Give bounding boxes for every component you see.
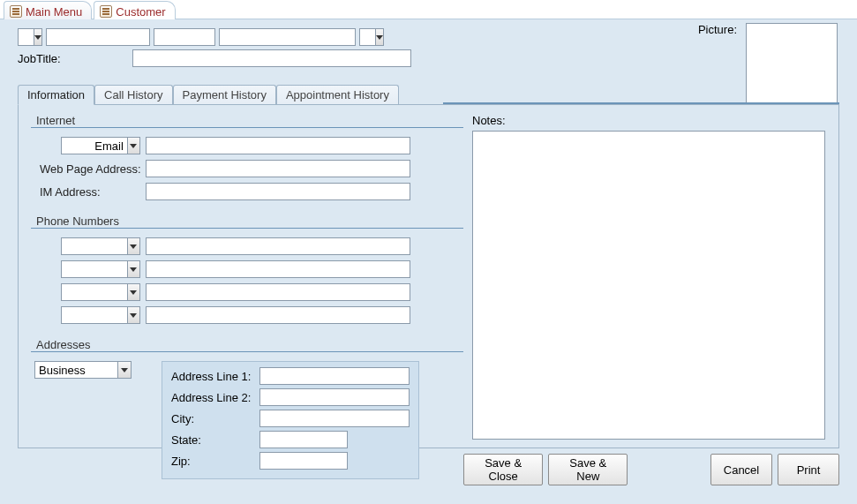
chevron-down-icon[interactable] — [127, 238, 139, 254]
im-input[interactable] — [146, 183, 410, 200]
group-divider — [31, 351, 463, 352]
window-tab-label: Main Menu — [26, 5, 82, 19]
chevron-down-icon[interactable] — [127, 307, 139, 323]
chevron-down-icon[interactable] — [375, 29, 383, 45]
webpage-input[interactable] — [146, 160, 410, 177]
tab-appointment-history[interactable]: Appointment History — [276, 85, 399, 104]
title-combo-input[interactable] — [19, 29, 34, 45]
firstname-input[interactable] — [46, 28, 150, 46]
phone1-type-input[interactable] — [62, 238, 127, 254]
phone4-input[interactable] — [146, 306, 410, 324]
chevron-down-icon[interactable] — [34, 29, 41, 45]
phone3-input[interactable] — [146, 283, 410, 301]
addr-zip-input[interactable] — [259, 452, 348, 470]
im-label: IM Address: — [31, 185, 146, 199]
address-panel: Address Line 1: Address Line 2: City: — [162, 361, 419, 479]
window-tab-customer[interactable]: Customer — [94, 1, 175, 19]
addr-line1-input[interactable] — [259, 367, 410, 385]
address-type-input[interactable] — [35, 362, 117, 378]
title-combo[interactable] — [18, 28, 42, 46]
email-input[interactable] — [146, 137, 410, 154]
phone3-type-combo[interactable] — [61, 283, 140, 301]
tab-underline — [443, 85, 839, 104]
phone3-type-input[interactable] — [62, 284, 127, 300]
window-tab-label: Customer — [116, 5, 165, 19]
middle-input[interactable] — [154, 28, 215, 46]
picture-label: Picture: — [698, 23, 737, 36]
suffix-combo-input[interactable] — [360, 29, 375, 45]
lastname-input[interactable] — [219, 28, 356, 46]
addr-city-label: City: — [171, 412, 259, 425]
phone2-input[interactable] — [146, 260, 410, 278]
phone2-type-combo[interactable] — [61, 260, 140, 278]
address-type-combo[interactable] — [34, 361, 132, 379]
tab-payment-history[interactable]: Payment History — [173, 85, 276, 104]
addr-line2-input[interactable] — [259, 388, 410, 406]
group-label-internet: Internet — [33, 114, 79, 127]
window-tab-main-menu[interactable]: Main Menu — [4, 1, 92, 19]
webpage-label: Web Page Address: — [31, 162, 146, 176]
save-close-button[interactable]: Save & Close — [463, 454, 543, 485]
tab-information[interactable]: Information — [18, 85, 94, 105]
addr-state-label: State: — [171, 433, 259, 447]
tab-call-history[interactable]: Call History — [94, 85, 172, 104]
addr-line1-label: Address Line 1: — [171, 370, 259, 383]
notes-textarea[interactable] — [472, 131, 825, 440]
cancel-button[interactable]: Cancel — [710, 454, 772, 485]
window-tabstrip: Main Menu Customer — [0, 0, 857, 19]
phone1-type-combo[interactable] — [61, 237, 140, 255]
addr-zip-label: Zip: — [171, 455, 259, 468]
email-type-input[interactable] — [62, 138, 127, 154]
email-type-combo[interactable] — [61, 137, 140, 154]
addr-state-input[interactable] — [259, 431, 348, 448]
jobtitle-input[interactable] — [132, 49, 411, 67]
phone1-input[interactable] — [146, 237, 410, 255]
save-new-button[interactable]: Save & New — [548, 454, 628, 485]
group-divider — [31, 127, 463, 128]
jobtitle-label: JobTitle: — [18, 52, 124, 65]
phone4-type-combo[interactable] — [61, 306, 140, 324]
form-icon — [10, 5, 22, 18]
chevron-down-icon[interactable] — [117, 362, 131, 378]
form-body: Picture: JobTitle: Information Call Hist… — [0, 19, 857, 504]
chevron-down-icon[interactable] — [127, 138, 139, 154]
addr-line2-label: Address Line 2: — [171, 391, 259, 404]
chevron-down-icon[interactable] — [127, 284, 139, 300]
group-label-addresses: Addresses — [33, 338, 94, 351]
addr-city-input[interactable] — [259, 410, 410, 427]
phone2-type-input[interactable] — [62, 261, 127, 277]
button-bar: Save & Close Save & New Cancel Print — [463, 454, 839, 485]
group-divider — [31, 228, 463, 229]
suffix-combo[interactable] — [359, 28, 384, 46]
form-icon — [100, 5, 112, 18]
notes-label: Notes: — [472, 114, 826, 127]
inner-tabcontrol: Information Call History Payment History… — [18, 85, 839, 448]
phone4-type-input[interactable] — [62, 307, 127, 323]
print-button[interactable]: Print — [778, 454, 839, 485]
group-label-phone: Phone Numbers — [33, 214, 123, 228]
chevron-down-icon[interactable] — [127, 261, 139, 277]
